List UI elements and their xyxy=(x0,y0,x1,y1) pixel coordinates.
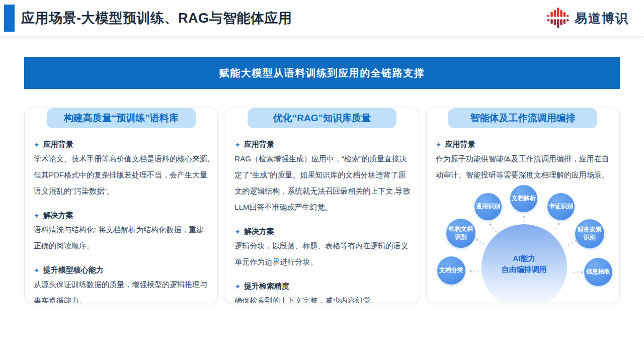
connector-dot xyxy=(492,227,494,229)
ai-capability-center-circle: AI能力 自由编排调用 xyxy=(481,224,567,303)
sparkle-icon: ✦ xyxy=(34,141,40,148)
card-title-pill: 优化“RAG”知识库质量 xyxy=(248,108,396,128)
capability-node-doc-parse: 文档解析 xyxy=(510,185,537,212)
capability-node-info-extract: 信息抽取 xyxy=(584,258,612,286)
section-body: 确保检索到的上下文完整，减少内容幻觉。 xyxy=(234,293,411,303)
connector-dot xyxy=(571,242,573,244)
connector-dot xyxy=(524,224,525,226)
brand-logo-icon xyxy=(546,7,570,30)
connector-dot xyxy=(473,270,475,273)
connector-dot xyxy=(554,227,556,229)
section-body: 作为原子功能供智能体及工作流调用编排，应用在自动审计、智能投研等需要深度文档理解… xyxy=(436,151,612,183)
brand-logo-text: 易道博识 xyxy=(575,10,629,27)
capability-node-card-ocr: 卡证识别 xyxy=(547,193,575,220)
card-body: ✦ 应用背景 RAG（检索增强生成）应用中，“检索”的质量直接决定了“生成”的质… xyxy=(225,140,418,303)
capability-node-general-ocr: 通用识别 xyxy=(474,193,502,220)
connector-dot xyxy=(523,216,525,218)
section-background: ✦ 应用背景 作为原子功能供智能体及工作流调用编排，应用在自动审计、智能投研等需… xyxy=(436,140,612,183)
sparkle-icon: ✦ xyxy=(234,228,240,235)
card-agent-workflow: 智能体及工作流调用编排 ✦ 应用背景 作为原子功能供智能体及工作流调用编排，应用… xyxy=(426,108,620,303)
card-title-pill: 智能体及工作流调用编排 xyxy=(448,108,597,128)
section-solution: ✦ 解决方案 逻辑分块，以段落、标题、表格等有内在逻辑的语义单元作为边界进行分块… xyxy=(234,227,411,270)
connector-dot xyxy=(495,230,497,232)
connector-dot xyxy=(575,239,578,242)
card-rag-knowledge: 优化“RAG”知识库质量 ✦ 应用背景 RAG（检索增强生成）应用中，“检索”的… xyxy=(225,108,419,303)
section-heading: 解决方案 xyxy=(43,211,73,220)
section-heading: 应用背景 xyxy=(244,140,274,149)
brand-logo: 易道博识 xyxy=(546,0,629,36)
card-body: ✦ 应用背景 作为原子功能供智能体及工作流调用编排，应用在自动审计、智能投研等需… xyxy=(427,140,619,183)
banner: 赋能大模型从语料训练到应用的全链路支撑 xyxy=(24,57,620,89)
section-heading: 提升模型核心能力 xyxy=(43,265,104,275)
section-benefit: ✦ 提升模型核心能力 从源头保证训练数据的质量，增强模型的逻辑推理与事实遵循能力… xyxy=(34,265,210,303)
capability-node-doc-classify: 文档分类 xyxy=(437,256,465,285)
center-label: AI能力 自由编排调用 xyxy=(502,253,547,275)
connector-dot xyxy=(568,244,570,245)
slide-header: 应用场景-大模型预训练、RAG与智能体应用 易道博识 xyxy=(0,0,644,37)
cards-row: 构建高质量“预训练”语料库 ✦ 应用背景 学术论文、技术手册等高价值文档是语料的… xyxy=(24,108,620,303)
section-solution: ✦ 解决方案 语料清洗与结构化: 将文档解析为结构化数据，重建正确的阅读顺序。 xyxy=(34,211,210,254)
card-title: 构建高质量“预训练”语料库 xyxy=(64,112,179,125)
section-body: 逻辑分块，以段落、标题、表格等有内在逻辑的语义单元作为边界进行分块。 xyxy=(234,238,411,270)
connector-dot xyxy=(573,272,575,273)
connector-dot xyxy=(483,243,485,244)
section-background: ✦ 应用背景 RAG（检索增强生成）应用中，“检索”的质量直接决定了“生成”的质… xyxy=(234,140,411,215)
header-accent-bar xyxy=(4,5,15,32)
section-heading: 提升检索精度 xyxy=(244,282,289,291)
connector-dot xyxy=(476,238,478,241)
card-body: ✦ 应用背景 学术论文、技术手册等高价值文档是语料的核心来源,但其PDF格式中的… xyxy=(25,140,217,303)
section-body: 从源头保证训练数据的质量，增强模型的逻辑推理与事实遵循能力。 xyxy=(34,277,210,303)
sparkle-icon: ✦ xyxy=(34,267,40,274)
sparkle-icon: ✦ xyxy=(34,212,40,219)
section-body: 语料清洗与结构化: 将文档解析为结构化数据，重建正确的阅读顺序。 xyxy=(34,222,210,254)
capability-node-invoice-ocr: 财务发票识别 xyxy=(575,219,604,248)
banner-text: 赋能大模型从语料训练到应用的全链路支撑 xyxy=(219,66,425,80)
connector-dot xyxy=(557,223,560,225)
card-title: 智能体及工作流调用编排 xyxy=(470,112,576,125)
section-body: 学术论文、技术手册等高价值文档是语料的核心来源,但其PDF格式中的复杂排版若处理… xyxy=(34,151,210,199)
section-benefit: ✦ 提升检索精度 确保检索到的上下文完整，减少内容幻觉。 xyxy=(234,282,411,303)
connector-dot xyxy=(577,271,579,273)
card-pretrain-corpus: 构建高质量“预训练”语料库 ✦ 应用背景 学术论文、技术手册等高价值文档是语料的… xyxy=(24,108,218,303)
ai-capability-diagram: AI能力 自由编排调用 通用识别 文档解析 卡证识别 机构文档识别 财务发票识别… xyxy=(427,184,619,303)
capability-node-org-doc-ocr: 机构文档识别 xyxy=(446,219,475,248)
sparkle-icon: ✦ xyxy=(234,141,240,148)
sparkle-icon: ✦ xyxy=(436,141,442,148)
section-body: RAG（检索增强生成）应用中，“检索”的质量直接决定了“生成”的质量。如果知识库… xyxy=(234,151,411,215)
card-title-pill: 构建高质量“预训练”语料库 xyxy=(47,108,196,128)
connector-dot xyxy=(581,271,583,274)
section-heading: 解决方案 xyxy=(244,227,274,236)
page-title: 应用场景-大模型预训练、RAG与智能体应用 xyxy=(21,9,292,27)
card-title: 优化“RAG”知识库质量 xyxy=(273,112,371,125)
connector-dot xyxy=(480,241,482,243)
connector-dot xyxy=(469,270,472,273)
connector-dot xyxy=(477,271,478,273)
connector-dot xyxy=(523,220,525,222)
section-heading: 应用背景 xyxy=(445,140,475,149)
sparkle-icon: ✦ xyxy=(234,283,240,290)
connector-dot xyxy=(489,223,492,226)
section-background: ✦ 应用背景 学术论文、技术手册等高价值文档是语料的核心来源,但其PDF格式中的… xyxy=(34,140,210,199)
section-heading: 应用背景 xyxy=(43,140,73,149)
